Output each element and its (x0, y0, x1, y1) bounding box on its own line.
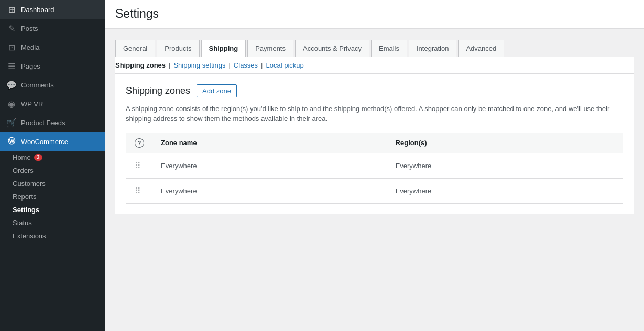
zones-table: ? Zone name Region(s) ⠿ Everywhere Every… (126, 133, 623, 204)
sub-nav-shipping-zones[interactable]: Shipping zones (115, 61, 166, 69)
drag-handle-cell: ⠿ (126, 153, 153, 178)
sub-nav-local-pickup[interactable]: Local pickup (266, 61, 304, 69)
posts-icon: ✎ (6, 23, 17, 34)
sub-nav-sep-1: | (169, 61, 170, 69)
tab-integration[interactable]: Integration (409, 40, 456, 57)
sidebar: ⊞ Dashboard ✎ Posts ⊡ Media ☰ Pages 💬 Co… (0, 0, 105, 331)
shipping-zones-section: Shipping zones Add zone A shipping zone … (115, 74, 634, 214)
comments-icon: 💬 (6, 80, 17, 90)
zone-regions-cell: Everywhere (387, 153, 623, 178)
sub-nav-sep-2: | (228, 61, 230, 69)
tab-products[interactable]: Products (157, 40, 199, 57)
settings-content: General Products Shipping Payments Accou… (105, 29, 644, 331)
shipping-zones-description: A shipping zone consists of the region(s… (126, 104, 623, 124)
table-row: ⠿ Everywhere Everywhere (126, 153, 623, 178)
page-header: Settings (105, 0, 644, 29)
sidebar-item-label: WooCommerce (21, 138, 68, 146)
shipping-sub-nav: Shipping zones | Shipping settings | Cla… (115, 57, 634, 74)
tab-general[interactable]: General (115, 40, 155, 57)
sidebar-sub-extensions[interactable]: Extensions (0, 229, 105, 242)
dashboard-icon: ⊞ (6, 4, 17, 15)
section-title: Shipping zones (126, 85, 190, 96)
sidebar-item-posts[interactable]: ✎ Posts (0, 19, 105, 38)
tab-advanced[interactable]: Advanced (458, 40, 504, 57)
home-badge: 3 (34, 154, 42, 161)
section-header: Shipping zones Add zone (126, 84, 623, 97)
sub-nav-classes[interactable]: Classes (234, 61, 258, 69)
tab-shipping[interactable]: Shipping (201, 40, 246, 57)
col-regions: Region(s) (387, 133, 623, 153)
sidebar-sub-reports[interactable]: Reports (0, 190, 105, 203)
product-feeds-icon: 🛒 (6, 117, 17, 128)
settings-tabs: General Products Shipping Payments Accou… (115, 39, 634, 57)
sidebar-item-label: Media (21, 43, 39, 51)
media-icon: ⊡ (6, 42, 17, 52)
sidebar-sub-orders[interactable]: Orders (0, 164, 105, 177)
sub-nav-sep-3: | (261, 61, 263, 69)
sidebar-item-label: Pages (21, 62, 40, 70)
col-zone-name: Zone name (152, 133, 387, 153)
tab-emails[interactable]: Emails (371, 40, 407, 57)
zone-regions-cell: Everywhere (387, 178, 623, 203)
woocommerce-icon: Ⓦ (6, 136, 17, 147)
main-content: Settings General Products Shipping Payme… (105, 0, 644, 331)
sidebar-item-label: Posts (21, 25, 38, 32)
sidebar-item-label: Comments (21, 81, 54, 89)
drag-handle-cell: ⠿ (126, 178, 153, 203)
table-row: ⠿ Everywhere Everywhere (126, 178, 623, 203)
zone-name-cell: Everywhere (152, 178, 387, 203)
sidebar-sub-status[interactable]: Status (0, 216, 105, 229)
sidebar-item-pages[interactable]: ☰ Pages (0, 57, 105, 75)
help-icon: ? (135, 138, 144, 148)
sidebar-item-wp-vr[interactable]: ◉ WP VR (0, 94, 105, 113)
col-help: ? (126, 133, 153, 153)
sidebar-item-product-feeds[interactable]: 🛒 Product Feeds (0, 113, 105, 132)
sidebar-item-media[interactable]: ⊡ Media (0, 38, 105, 57)
add-zone-button[interactable]: Add zone (197, 84, 237, 97)
pages-icon: ☰ (6, 61, 17, 71)
zone-name-cell: Everywhere (152, 153, 387, 178)
sidebar-item-label: Dashboard (21, 6, 54, 14)
drag-handle-icon[interactable]: ⠿ (135, 186, 140, 195)
sidebar-sub-home[interactable]: Home 3 (0, 151, 105, 164)
page-title: Settings (115, 6, 634, 22)
sidebar-sub-customers[interactable]: Customers (0, 177, 105, 190)
sidebar-sub-settings[interactable]: Settings (0, 203, 105, 216)
sidebar-item-label: WP VR (21, 100, 43, 108)
sidebar-item-comments[interactable]: 💬 Comments (0, 75, 105, 94)
sidebar-item-label: Product Feeds (21, 119, 66, 127)
sidebar-item-woocommerce[interactable]: Ⓦ WooCommerce (0, 132, 105, 151)
tab-accounts-privacy[interactable]: Accounts & Privacy (295, 40, 369, 57)
sub-nav-shipping-settings[interactable]: Shipping settings (173, 61, 225, 69)
sidebar-item-dashboard[interactable]: ⊞ Dashboard (0, 0, 105, 19)
drag-handle-icon[interactable]: ⠿ (135, 161, 140, 170)
wp-vr-icon: ◉ (6, 98, 17, 109)
tab-payments[interactable]: Payments (247, 40, 293, 57)
